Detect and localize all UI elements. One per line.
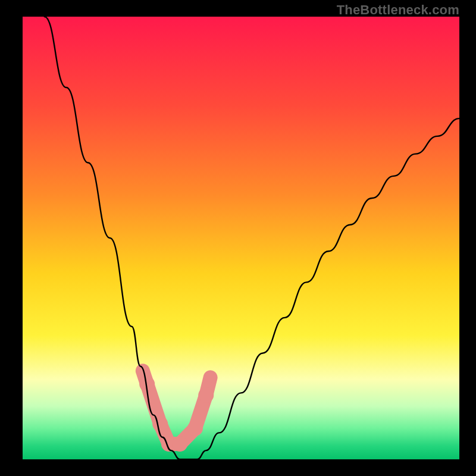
plot-area	[23, 17, 459, 459]
bottleneck-curve	[23, 17, 459, 459]
marker-band	[137, 365, 216, 452]
marker-dot	[205, 372, 216, 383]
marker-dot	[137, 365, 148, 376]
marker-dot	[187, 421, 203, 436]
marker-dot	[198, 387, 214, 403]
chart-frame: TheBottleneck.com	[0, 0, 476, 476]
marker-dot	[172, 436, 187, 452]
curve-line	[45, 17, 459, 459]
watermark-text: TheBottleneck.com	[337, 2, 459, 18]
marker-dot	[152, 416, 168, 431]
